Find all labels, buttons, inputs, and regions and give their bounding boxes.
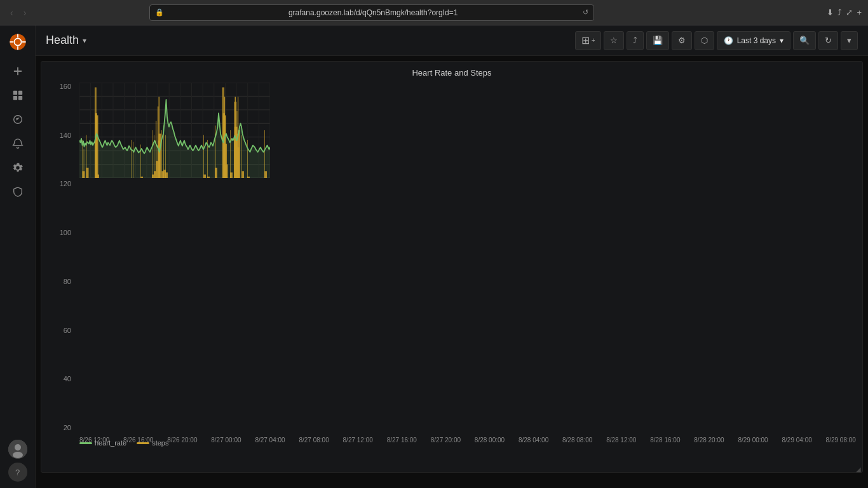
y-label-100: 100 <box>41 229 71 236</box>
forward-button[interactable]: › <box>20 6 31 19</box>
add-tab-button[interactable]: + <box>857 8 862 17</box>
steps-bar <box>203 175 206 178</box>
legend: heart_rate steps <box>79 438 168 448</box>
dashboard-title[interactable]: Health ▾ <box>46 34 86 47</box>
x-label-12: 8/28 12:00 <box>606 437 636 444</box>
svg-rect-9 <box>18 96 22 100</box>
share-button[interactable]: ⤴ <box>627 31 644 50</box>
refresh-button[interactable]: ↻ <box>818 31 838 50</box>
legend-steps[interactable]: steps <box>137 439 168 447</box>
cycle-view-button[interactable]: ⬡ <box>695 31 714 50</box>
legend-label-heart-rate: heart_rate <box>95 439 126 447</box>
browser-chrome: ‹ › 🔒 ↺ ⬇ ⤴ ⤢ + <box>0 0 868 25</box>
legend-label-steps: steps <box>152 439 168 447</box>
topbar: Health ▾ ⊞+ ☆ ⤴ 💾 ⚙ ⬡ 🕐 Last 3 days ▾ 🔍 … <box>36 25 868 56</box>
steps-bar <box>83 171 85 178</box>
y-label-120: 120 <box>41 180 71 187</box>
svg-point-14 <box>13 452 23 458</box>
x-label-14: 8/28 20:00 <box>694 437 724 444</box>
chart-area: 160 140 120 100 80 60 40 20 8/26 12:00 8… <box>41 80 862 472</box>
x-axis: 8/26 12:00 8/26 16:00 8/26 20:00 8/27 00… <box>79 434 856 472</box>
topbar-actions: ⊞+ ☆ ⤴ 💾 ⚙ ⬡ 🕐 Last 3 days ▾ 🔍 ↻ ▾ <box>575 31 858 50</box>
x-label-10: 8/28 04:00 <box>519 437 548 444</box>
y-label-140: 140 <box>41 132 71 139</box>
secure-icon: 🔒 <box>155 8 164 17</box>
browser-actions: ⬇ ⤴ ⤢ + <box>827 8 862 17</box>
expand-button[interactable]: ⤢ <box>846 8 853 17</box>
legend-color-heart-rate <box>79 442 92 444</box>
x-label-9: 8/28 00:00 <box>475 437 505 444</box>
steps-bar <box>247 177 250 178</box>
search-button[interactable]: 🔍 <box>793 31 816 50</box>
browser-nav: ‹ › <box>6 6 30 19</box>
steps-bar <box>264 171 267 178</box>
address-bar[interactable]: 🔒 ↺ <box>149 4 594 21</box>
y-label-20: 20 <box>41 424 71 431</box>
dashboard-area: Heart Rate and Steps <box>36 56 868 488</box>
chart-svg <box>79 83 270 178</box>
y-label-160: 160 <box>41 83 71 90</box>
user-avatar[interactable] <box>8 440 27 459</box>
steps-bar <box>207 177 210 178</box>
refresh-dropdown-button[interactable]: ▾ <box>841 31 858 50</box>
sidebar-bottom: ? <box>8 440 27 482</box>
svg-marker-11 <box>16 118 19 121</box>
svg-rect-8 <box>13 96 17 100</box>
back-button[interactable]: ‹ <box>6 6 17 19</box>
x-label-6: 8/27 12:00 <box>343 437 373 444</box>
steps-bar <box>241 171 244 178</box>
grafana-logo[interactable] <box>6 30 29 53</box>
sidebar-item-configuration[interactable] <box>5 156 31 179</box>
steps-bar <box>96 115 98 178</box>
share-browser-button[interactable]: ⤴ <box>837 8 842 17</box>
steps-bar <box>215 168 217 178</box>
x-labels: 8/26 12:00 8/26 16:00 8/26 20:00 8/27 00… <box>79 434 856 444</box>
title-chevron: ▾ <box>83 36 86 45</box>
time-range-button[interactable]: 🕐 Last 3 days ▾ <box>717 31 790 50</box>
x-label-4: 8/27 04:00 <box>255 437 285 444</box>
legend-color-steps <box>137 442 149 444</box>
steps-bar <box>86 168 89 178</box>
grafana-app: ? Health ▾ ⊞+ ☆ ⤴ 💾 ⚙ ⬡ 🕐 Last 3 days ▾ <box>0 25 868 488</box>
steps-bar <box>97 175 99 178</box>
url-input[interactable] <box>168 8 579 17</box>
add-panel-button[interactable]: ⊞+ <box>575 31 601 50</box>
time-range-label: Last 3 days <box>737 36 776 45</box>
heart-rate-area <box>79 100 270 178</box>
steps-bar <box>159 133 161 178</box>
x-label-5: 8/27 08:00 <box>299 437 329 444</box>
panel-title: Heart Rate and Steps <box>41 62 862 80</box>
sidebar-item-alerting[interactable] <box>5 132 31 155</box>
sidebar-item-shield[interactable] <box>5 180 31 203</box>
svg-point-13 <box>15 444 21 451</box>
main-content: Health ▾ ⊞+ ☆ ⤴ 💾 ⚙ ⬡ 🕐 Last 3 days ▾ 🔍 … <box>36 25 868 488</box>
legend-heart-rate[interactable]: heart_rate <box>79 439 126 447</box>
download-button[interactable]: ⬇ <box>827 8 834 17</box>
x-label-13: 8/28 16:00 <box>650 437 680 444</box>
heart-rate-steps-panel: Heart Rate and Steps <box>41 61 863 473</box>
sidebar: ? <box>0 25 36 488</box>
y-axis: 160 140 120 100 80 60 40 20 <box>41 80 76 434</box>
x-label-11: 8/28 08:00 <box>562 437 592 444</box>
help-button[interactable]: ? <box>8 463 27 482</box>
sidebar-item-explore[interactable] <box>5 108 31 131</box>
save-button[interactable]: 💾 <box>646 31 669 50</box>
x-label-17: 8/29 08:00 <box>826 437 856 444</box>
settings-button[interactable]: ⚙ <box>672 31 692 50</box>
sidebar-item-add[interactable] <box>5 60 31 83</box>
steps-bar <box>230 172 233 178</box>
resize-handle[interactable]: ◢ <box>856 466 862 472</box>
sidebar-item-dashboards[interactable] <box>5 84 31 107</box>
x-label-7: 8/27 16:00 <box>387 437 417 444</box>
reload-icon[interactable]: ↺ <box>583 8 588 17</box>
star-button[interactable]: ☆ <box>604 31 624 50</box>
x-label-15: 8/29 00:00 <box>738 437 768 444</box>
y-label-60: 60 <box>41 327 71 334</box>
x-label-8: 8/27 20:00 <box>431 437 461 444</box>
svg-rect-7 <box>18 91 22 95</box>
svg-rect-6 <box>13 91 17 95</box>
x-label-16: 8/29 04:00 <box>782 437 812 444</box>
clock-icon: 🕐 <box>724 36 733 45</box>
x-label-3: 8/27 00:00 <box>211 437 241 444</box>
y-label-80: 80 <box>41 278 71 285</box>
